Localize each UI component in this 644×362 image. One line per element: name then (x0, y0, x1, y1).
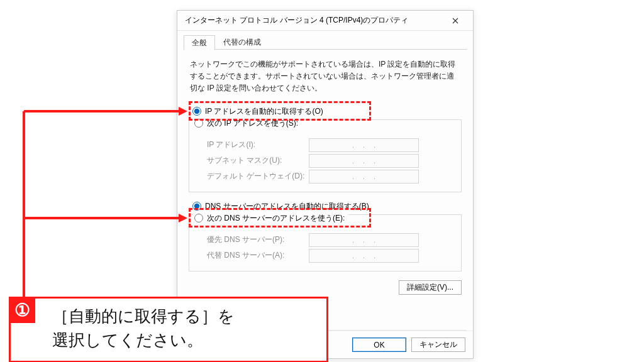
dns-auto-radio[interactable] (192, 202, 201, 211)
dns-alt-label: 代替 DNS サーバー(A): (196, 250, 309, 261)
subnet-input[interactable]: ... (309, 154, 419, 168)
advanced-button[interactable]: 詳細設定(V)... (399, 280, 462, 295)
gateway-row: デフォルト ゲートウェイ(D): ... (196, 170, 455, 184)
dns-manual-label: 次の DNS サーバーのアドレスを使う(E): (207, 213, 345, 224)
subnet-label: サブネット マスク(U): (196, 155, 309, 166)
step-number-badge: ① (9, 297, 35, 323)
tabs: 全般 代替の構成 (184, 35, 467, 50)
close-button[interactable] (443, 12, 468, 30)
dns-manual-radio-row[interactable]: 次の DNS サーバーのアドレスを使う(E): (193, 211, 348, 226)
ip-manual-group: 次の IP アドレスを使う(S): IP アドレス(I): ... サブネット … (189, 119, 462, 192)
ip-address-row: IP アドレス(I): ... (196, 138, 455, 152)
ip-manual-radio-row[interactable]: 次の IP アドレスを使う(S): (193, 116, 302, 131)
gateway-input[interactable]: ... (309, 170, 419, 184)
dialog-title: インターネット プロトコル バージョン 4 (TCP/IPv4)のプロパティ (185, 15, 443, 26)
dns-manual-radio[interactable] (194, 214, 203, 222)
ok-button[interactable]: OK (352, 337, 406, 352)
description-text: ネットワークでこの機能がサポートされている場合は、IP 設定を自動的に取得するこ… (190, 58, 460, 95)
instruction-text: ［自動的に取得する］を 選択してください。 (52, 307, 235, 349)
gateway-label: デフォルト ゲートウェイ(D): (196, 171, 309, 182)
ip-manual-radio[interactable] (194, 119, 203, 128)
dns-pref-input[interactable]: ... (309, 233, 419, 247)
tab-general[interactable]: 全般 (184, 35, 215, 50)
cancel-button[interactable]: キャンセル (411, 337, 465, 352)
ip-auto-radio[interactable] (192, 107, 201, 116)
arrow-to-ip-auto (0, 0, 201, 226)
tab-alternate-config[interactable]: 代替の構成 (215, 35, 269, 50)
ip-address-label: IP アドレス(I): (196, 140, 309, 150)
arrow-to-dns-auto (0, 0, 201, 302)
dns-alt-row: 代替 DNS サーバー(A): ... (196, 249, 455, 263)
dns-pref-label: 優先 DNS サーバー(P): (196, 234, 309, 245)
dns-alt-input[interactable]: ... (309, 249, 419, 263)
dns-manual-group: 次の DNS サーバーのアドレスを使う(E): 優先 DNS サーバー(P): … (189, 214, 462, 272)
dns-pref-row: 優先 DNS サーバー(P): ... (196, 233, 455, 247)
subnet-row: サブネット マスク(U): ... (196, 154, 455, 168)
ip-manual-label: 次の IP アドレスを使う(S): (207, 118, 298, 129)
titlebar: インターネット プロトコル バージョン 4 (TCP/IPv4)のプロパティ (177, 11, 473, 31)
ip-address-input[interactable]: ... (309, 138, 419, 152)
close-icon (452, 18, 458, 24)
instruction-callout: ［自動的に取得する］を 選択してください。 (9, 297, 328, 362)
